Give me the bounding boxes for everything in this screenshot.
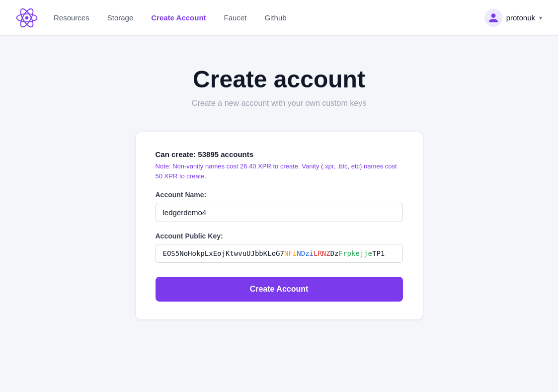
public-key-input-display[interactable]: EOS5NoHokpLxEojKtwvuUJbbKLoG7NFiNDziLRNZ…	[156, 244, 403, 263]
atom-icon	[16, 7, 38, 29]
account-name-label: Account Name:	[156, 191, 403, 199]
logo[interactable]	[16, 7, 38, 29]
public-key-field: Account Public Key: EOS5NoHokpLxEojKtwvu…	[156, 232, 403, 263]
key-segment-1: EOS5NoHokpLxEojKtwvuUJbbKLoG7	[163, 249, 284, 257]
form-card: Can create: 53895 accounts Note: Non-van…	[135, 132, 423, 320]
can-create-note: Note: Non-vanity names cost 26.40 XPR to…	[156, 161, 403, 181]
key-segment-6: Frpkejje	[339, 249, 372, 257]
account-name-field: Account Name:	[156, 191, 403, 222]
nav-link-create-account[interactable]: Create Account	[151, 11, 206, 24]
page-title: Create account	[193, 66, 365, 93]
can-create-section: Can create: 53895 accounts Note: Non-van…	[156, 150, 403, 181]
account-name-input[interactable]	[156, 203, 403, 222]
public-key-label: Account Public Key:	[156, 232, 403, 240]
main-content: Create account Create a new account with…	[0, 36, 558, 340]
nav-links: Resources Storage Create Account Faucet …	[54, 11, 484, 24]
user-menu[interactable]: protonuk ▾	[484, 9, 542, 27]
nav-link-github[interactable]: Github	[264, 11, 286, 24]
create-account-button[interactable]: Create Account	[156, 277, 403, 302]
svg-point-3	[25, 16, 29, 19]
nav-link-storage[interactable]: Storage	[107, 11, 134, 24]
page-subtitle: Create a new account with your own custo…	[192, 99, 366, 108]
avatar	[484, 9, 502, 27]
nav-link-faucet[interactable]: Faucet	[224, 11, 247, 24]
user-icon	[488, 12, 499, 23]
nav-link-resources[interactable]: Resources	[54, 11, 89, 24]
user-name-label: protonuk	[506, 13, 535, 22]
chevron-down-icon: ▾	[539, 14, 542, 21]
key-segment-7: TP1	[372, 249, 385, 257]
key-segment-2: NFi	[284, 249, 297, 257]
navbar: Resources Storage Create Account Faucet …	[0, 0, 558, 36]
key-segment-3: NDzi	[297, 249, 314, 257]
key-segment-5: Dz	[330, 249, 339, 257]
can-create-title: Can create: 53895 accounts	[156, 150, 403, 158]
key-segment-4: LRNZ	[314, 249, 330, 257]
